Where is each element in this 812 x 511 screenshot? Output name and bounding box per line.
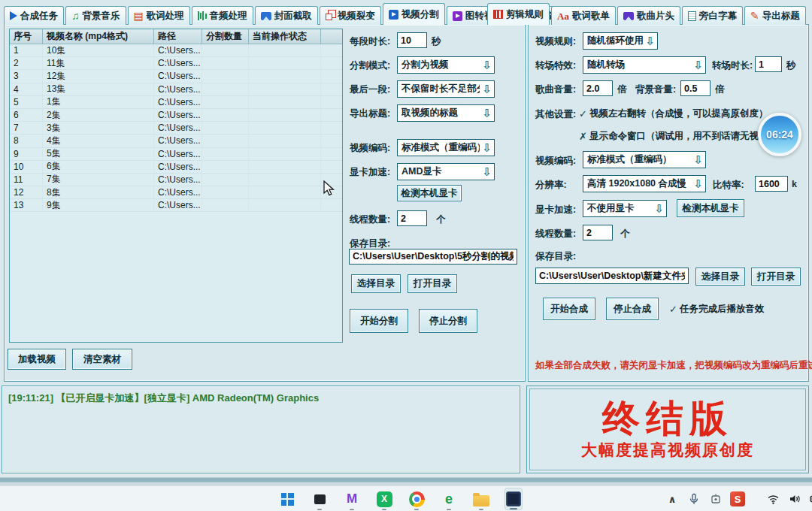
transition-select[interactable]: 随机转场⇩	[583, 56, 706, 74]
tab-audio-process[interactable]: 音频处理	[192, 6, 253, 25]
taskbar-app-m[interactable]: M	[343, 488, 361, 510]
split-mode-select[interactable]: 分割为视频⇩	[397, 56, 495, 74]
tab-video-fission[interactable]: 视频裂变	[320, 6, 381, 25]
export-title-select[interactable]: 取视频的标题⇩	[397, 104, 495, 122]
compose-video-encode-select[interactable]: 标准模式（重编码）⇩	[583, 151, 706, 168]
tab-song-intro[interactable]: 歌曲片头	[617, 6, 680, 25]
rules-tab-bar: 剪辑规则 Aa歌词歌单 歌曲片头 旁白字幕 ✎导出标题	[487, 3, 806, 25]
tray-battery[interactable]	[809, 491, 812, 507]
transition-duration-label: 转场时长:	[712, 59, 753, 72]
tab-narration-subtitle[interactable]: 旁白字幕	[682, 6, 743, 25]
taskbar-file-explorer[interactable]	[472, 488, 490, 510]
cmd-window-checkbox[interactable]: ✗显示命令窗口（调试用，用不到话请无视）	[579, 130, 768, 143]
save-dir-input[interactable]	[349, 249, 517, 265]
segment-duration-input[interactable]	[397, 32, 427, 48]
table-row[interactable]: 62集C:\Users...	[10, 109, 342, 122]
taskbar-active-app[interactable]	[504, 488, 523, 510]
stop-compose-button[interactable]: 停止合成	[606, 298, 659, 320]
compose-choose-dir-button[interactable]: 选择目录	[695, 268, 745, 286]
video-rule-select[interactable]: 随机循环使用⇩	[583, 32, 658, 50]
tab-label: 剪辑规则	[506, 8, 544, 21]
table-row[interactable]: 117集C:\Users...	[10, 174, 342, 186]
taskbar-chrome[interactable]	[408, 488, 426, 510]
table-row[interactable]: 110集C:\Users...	[10, 44, 342, 57]
windows-start-icon	[281, 493, 294, 506]
tab-lyrics-process[interactable]: ▤歌词处理	[128, 6, 190, 25]
flip-checkbox[interactable]: ✓视频左右翻转（合成慢，可以提高原创度）	[579, 107, 768, 120]
col-status[interactable]: 当前操作状态	[249, 29, 321, 44]
load-video-button[interactable]: 加载视频	[8, 349, 66, 370]
gpu-accel-select[interactable]: AMD显卡⇩	[397, 163, 495, 180]
tab-cover-capture[interactable]: 封面截取	[255, 6, 318, 25]
tray-volume[interactable]	[787, 491, 802, 507]
chevron-down-icon: ⇩	[691, 177, 705, 191]
tab-compose-task[interactable]: 合成任务	[4, 6, 64, 25]
start-compose-button[interactable]: 开始合成	[543, 298, 595, 320]
stop-split-button[interactable]: 停止分割	[419, 309, 477, 333]
table-row[interactable]: 139集C:\Users...	[10, 199, 342, 212]
compose-thread-input[interactable]	[583, 225, 613, 240]
table-row[interactable]: 128集C:\Users...	[10, 186, 342, 199]
chevron-down-icon: ⇩	[480, 107, 494, 120]
col-name[interactable]: 视频名称 (mp4格式)	[43, 29, 154, 44]
start-button[interactable]	[278, 488, 296, 510]
open-dir-button[interactable]: 打开目录	[408, 274, 457, 293]
compose-open-dir-button[interactable]: 打开目录	[751, 268, 801, 286]
taskbar-browser-e[interactable]: e	[440, 488, 458, 510]
task-view-button[interactable]	[311, 488, 329, 510]
song-volume-input[interactable]	[583, 80, 613, 96]
transition-value: 随机转场	[587, 59, 691, 71]
col-path[interactable]: 路径	[154, 29, 202, 44]
compose-detect-gpu-button[interactable]: 检测本机显卡	[677, 199, 744, 217]
taskbar-app-x[interactable]: X	[375, 488, 393, 510]
table-row[interactable]: 413集C:\Users...	[10, 83, 342, 96]
chevron-down-icon: ⇩	[480, 141, 494, 155]
table-row[interactable]: 211集C:\Users...	[10, 57, 342, 70]
table-row[interactable]: 51集C:\Users...	[10, 96, 342, 109]
sound-on-finish-checkbox[interactable]: ✓任务完成后播放音效	[669, 303, 764, 316]
last-segment-select[interactable]: 不保留时长不足部分⇩	[397, 80, 495, 98]
start-split-button[interactable]: 开始分割	[350, 309, 408, 333]
tab-clip-rules[interactable]: 剪辑规则	[487, 3, 550, 25]
tray-device[interactable]	[708, 491, 723, 507]
tab-export-title[interactable]: ✎导出标题	[744, 6, 806, 25]
tray-wifi[interactable]	[765, 491, 780, 507]
chevron-down-icon: ⇩	[480, 59, 494, 72]
tray-sogou[interactable]: S	[730, 491, 745, 507]
bitrate-input[interactable]	[755, 176, 788, 192]
choose-dir-button[interactable]: 选择目录	[351, 274, 401, 293]
table-row[interactable]: 73集C:\Users...	[10, 122, 342, 135]
tray-microphone[interactable]	[686, 491, 701, 507]
log-panel[interactable]: [19:11:21] 【已开启显卡加速】[独立显卡] AMD Radeon(TM…	[2, 386, 520, 473]
transition-duration-input[interactable]	[755, 56, 782, 72]
col-index[interactable]: 序号	[10, 29, 43, 44]
compose-save-dir-input[interactable]	[535, 268, 689, 284]
video-rule-label: 视频规则:	[535, 35, 576, 48]
video-table[interactable]: 序号 视频名称 (mp4格式) 路径 分割数量 当前操作状态 110集C:\Us…	[9, 29, 343, 343]
thread-count-input[interactable]	[397, 210, 427, 226]
detect-gpu-button[interactable]: 检测本机显卡	[397, 185, 462, 201]
table-row[interactable]: 95集C:\Users...	[10, 148, 342, 161]
timer-time: 06:24	[766, 129, 793, 141]
tray-overflow-button[interactable]: ∧	[665, 491, 680, 507]
video-encode-select[interactable]: 标准模式（重编码）⇩	[397, 139, 495, 156]
chevron-down-icon: ⇩	[480, 83, 494, 96]
tab-label: 导出标题	[762, 10, 800, 23]
floating-timer-widget[interactable]: 06:24	[758, 113, 801, 156]
resolution-select[interactable]: 高清 1920x1080 合成慢⇩	[583, 175, 706, 192]
table-row[interactable]: 106集C:\Users...	[10, 161, 342, 174]
clear-material-button[interactable]: 清空素材	[72, 349, 132, 370]
other-settings-label: 其他设置:	[535, 108, 576, 121]
col-count[interactable]: 分割数量	[202, 29, 249, 44]
export-title-value: 取视频的标题	[401, 107, 480, 119]
tab-background-music[interactable]: ♫背景音乐	[65, 6, 126, 25]
tab-lyrics-playlist[interactable]: Aa歌词歌单	[551, 6, 616, 25]
table-row[interactable]: 312集C:\Users...	[10, 70, 342, 83]
compose-gpu-select[interactable]: 不使用显卡⇩	[583, 200, 667, 217]
tab-video-split[interactable]: 视频分割	[383, 3, 445, 25]
taskbar: M X e ∧ S	[0, 485, 812, 511]
bg-volume-input[interactable]	[680, 80, 710, 96]
table-row[interactable]: 84集C:\Users...	[10, 135, 342, 147]
folder-icon	[473, 495, 489, 506]
chrome-icon	[409, 491, 425, 507]
